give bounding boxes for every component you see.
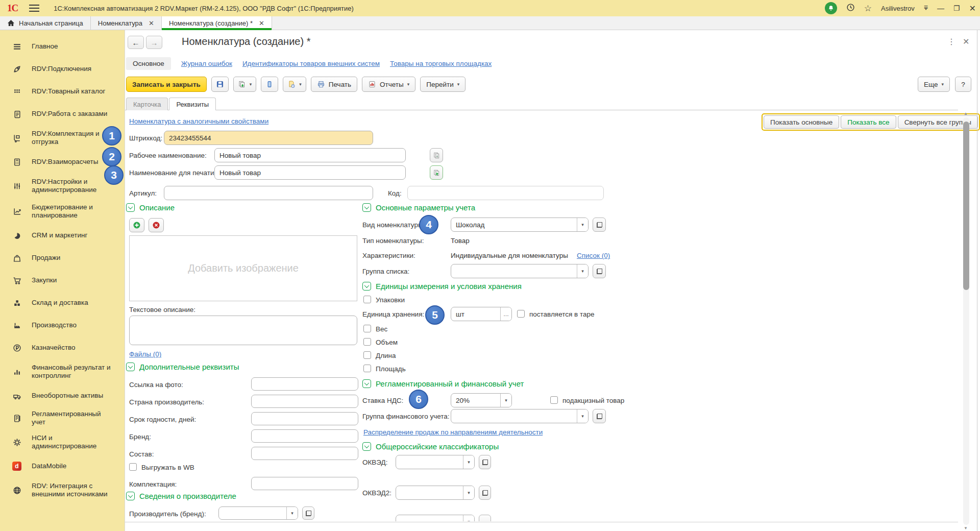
history-doc-button[interactable]: ▾ — [283, 77, 306, 92]
text-description-textarea[interactable] — [129, 316, 357, 345]
more-menu-icon[interactable]: ⋮ — [947, 37, 955, 46]
help-button[interactable]: ? — [955, 77, 971, 92]
sidebar-item-purchases[interactable]: Закупки — [0, 269, 125, 292]
sidebar-item-fin-result[interactable]: Финансовый результат и контроллинг — [0, 359, 125, 384]
tab-requisites[interactable]: Реквизиты — [169, 98, 216, 110]
goto-button[interactable]: Перейти ▾ — [420, 77, 465, 92]
list-group-open-button[interactable] — [593, 264, 606, 278]
okved-combo[interactable]: ▾ — [396, 455, 475, 469]
tab-home[interactable]: Начальная страница — [0, 16, 91, 30]
vertical-scrollbar[interactable]: ▲ ▼ — [963, 112, 970, 530]
collapse-chevron-icon[interactable] — [362, 442, 371, 451]
excise-checkbox[interactable] — [550, 396, 558, 404]
composition-input[interactable] — [251, 447, 358, 460]
tab-nomenclature-create[interactable]: Номенклатура (создание) *✕ — [162, 16, 272, 30]
code-input[interactable] — [407, 186, 604, 200]
scroll-up-icon[interactable]: ▲ — [964, 111, 968, 116]
okved2-combo[interactable]: ▾ — [396, 486, 475, 500]
partial-combo[interactable]: ▾ — [396, 515, 475, 521]
sidebar-item-treasury[interactable]: Казначейство — [0, 336, 125, 359]
copy-print-name-button[interactable] — [430, 165, 443, 180]
area-checkbox[interactable] — [363, 365, 371, 372]
list-group-combo[interactable]: ▾ — [451, 264, 589, 278]
vat-combo[interactable]: 20%▾ — [451, 393, 512, 407]
collapse-chevron-icon[interactable] — [362, 203, 371, 212]
chevron-down-icon[interactable]: ▾ — [500, 394, 511, 407]
service-menu-button[interactable]: ≡▾ — [924, 6, 928, 10]
collapse-chevron-icon[interactable] — [362, 282, 371, 291]
collapse-chevron-icon[interactable] — [126, 492, 135, 500]
forward-button[interactable]: → — [146, 36, 162, 49]
sidebar-item-rdv-connections[interactable]: RDV:Подключения — [0, 58, 125, 80]
barcode-input[interactable] — [164, 131, 373, 145]
okved2-open-button[interactable] — [479, 486, 491, 500]
chevron-down-icon[interactable]: ▾ — [577, 409, 588, 423]
favorites-star-icon[interactable]: ☆ — [864, 3, 872, 14]
sidebar-item-sales[interactable]: Продажи — [0, 247, 125, 269]
tab-card[interactable]: Карточка — [126, 98, 168, 110]
add-image-button[interactable] — [129, 218, 144, 232]
chevron-down-icon[interactable]: ▾ — [463, 486, 474, 499]
close-window-button[interactable]: ✕ — [969, 4, 976, 13]
similar-properties-link[interactable]: Номенклатура с аналогичными свойствами — [129, 117, 268, 125]
collapse-chevron-icon[interactable] — [362, 379, 371, 388]
delete-image-button[interactable] — [149, 218, 164, 232]
save-button[interactable] — [211, 77, 229, 92]
sidebar-item-rdv-integration[interactable]: RDV: Интеграция с внешними источниками — [0, 477, 125, 503]
storage-unit-combo[interactable]: шт… — [451, 307, 512, 321]
length-checkbox[interactable] — [363, 351, 371, 359]
nav-external-ids[interactable]: Идентификаторы товаров внешних систем — [242, 60, 380, 67]
reports-button[interactable]: Отчеты ▾ — [362, 77, 415, 92]
minimize-button[interactable]: — — [937, 4, 944, 12]
nav-error-log[interactable]: Журнал ошибок — [181, 60, 232, 67]
fin-group-open-button[interactable] — [593, 409, 606, 423]
main-menu-icon[interactable] — [29, 5, 39, 12]
packages-checkbox[interactable] — [363, 296, 371, 303]
tare-checkbox[interactable] — [517, 310, 525, 318]
scroll-down-icon[interactable]: ▼ — [964, 526, 968, 530]
sidebar-item-production[interactable]: Производство — [0, 314, 125, 336]
show-main-button[interactable]: Показать основные — [764, 115, 839, 129]
nav-main[interactable]: Основное — [126, 57, 171, 70]
structure-button[interactable] — [261, 77, 278, 92]
chevron-down-icon[interactable]: ▾ — [463, 455, 474, 469]
close-tab-icon[interactable]: ✕ — [259, 19, 264, 27]
scrollbar-thumb[interactable] — [963, 122, 969, 290]
collapse-chevron-icon[interactable] — [126, 203, 135, 212]
ellipsis-button[interactable]: … — [500, 307, 511, 321]
kind-combo[interactable]: Шоколад▾ — [451, 218, 589, 232]
sidebar-item-warehouse[interactable]: Склад и доставка — [0, 292, 125, 314]
back-button[interactable]: ← — [128, 36, 144, 49]
chars-list-link[interactable]: Список (0) — [577, 252, 610, 259]
close-form-icon[interactable]: ✕ — [963, 37, 969, 46]
copy-create-button[interactable]: ▾ — [233, 77, 257, 92]
shelf-life-input[interactable] — [251, 412, 358, 425]
sidebar-item-nsi-admin[interactable]: НСИ и администрирование — [0, 429, 125, 455]
show-all-button[interactable]: Показать все — [841, 115, 896, 129]
sidebar-item-budgeting[interactable]: Бюджетирование и планирование — [0, 199, 125, 224]
producer-combo[interactable]: ▾ — [218, 506, 298, 520]
notifications-button[interactable] — [825, 2, 837, 14]
producer-open-button[interactable] — [302, 506, 314, 520]
sidebar-item-main[interactable]: Главное — [0, 35, 125, 58]
tab-nomenclature-list[interactable]: Номенклатура✕ — [91, 16, 162, 30]
brand-input[interactable] — [251, 429, 358, 443]
completeness-input[interactable] — [251, 477, 358, 490]
close-tab-icon[interactable]: ✕ — [149, 19, 154, 27]
okved-open-button[interactable] — [479, 455, 491, 469]
sidebar-item-regulated[interactable]: Регламентированный учет — [0, 407, 125, 429]
fin-group-combo[interactable]: ▾ — [451, 409, 589, 423]
partial-open-button[interactable] — [479, 515, 491, 521]
sidebar-item-datamobile[interactable]: d DataMobile — [0, 455, 125, 477]
volume-checkbox[interactable] — [363, 338, 371, 346]
current-user[interactable]: Asilivestrov — [881, 5, 915, 12]
sidebar-item-fixed-assets[interactable]: Внеоборотные активы — [0, 384, 125, 407]
article-input[interactable] — [164, 186, 373, 200]
save-close-button[interactable]: Записать и закрыть — [126, 77, 207, 92]
history-button[interactable] — [846, 3, 855, 14]
print-button[interactable]: Печать — [311, 77, 357, 92]
sidebar-item-rdv-orders[interactable]: RDV:Работа с заказами — [0, 103, 125, 125]
restore-button[interactable]: ❐ — [953, 4, 960, 12]
chevron-down-icon[interactable]: ▾ — [463, 515, 474, 521]
work-name-input[interactable] — [214, 148, 406, 162]
